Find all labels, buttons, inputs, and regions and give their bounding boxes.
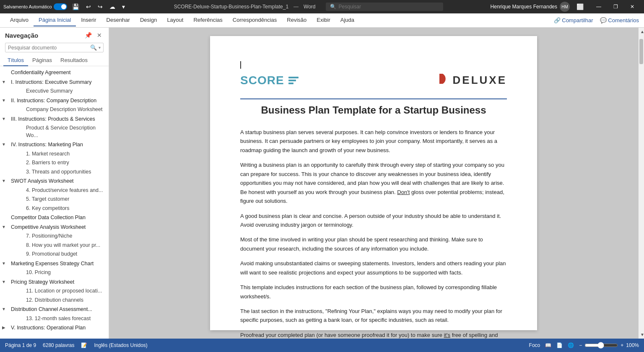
tree-item[interactable]: 2. Barriers to entry [0, 158, 109, 168]
tree-item[interactable]: ▼II. Instructions: Company Description [0, 96, 109, 106]
nav-search-dropdown-icon[interactable]: ▾ [99, 45, 101, 50]
tree-toggle-icon [8, 242, 15, 243]
tree-item[interactable]: 9. Promotional budget [0, 250, 109, 259]
nav-search-icon[interactable]: 🔍 [90, 44, 97, 51]
tree-item-label: 5. Target customer [15, 196, 105, 203]
title-search-input[interactable] [339, 4, 439, 10]
document-area[interactable]: SCORE DELUXE Business Plan Template for … [109, 28, 638, 339]
tab-ajuda[interactable]: Ajuda [335, 14, 359, 26]
text-cursor [240, 61, 241, 69]
more-tools-icon[interactable]: ▾ [120, 3, 127, 10]
comments-button[interactable]: 💬 Comentários [600, 17, 639, 23]
tree-item[interactable]: ▼IV. Instructions: Marketing Plan [0, 140, 109, 150]
tree-item[interactable]: Confidentiality Agreement [0, 68, 109, 78]
tab-exibir[interactable]: Exibir [312, 14, 335, 26]
nav-tab-titulos[interactable]: Títulos [3, 55, 28, 66]
tree-item[interactable]: ▼Distribution Channel Assessment... [0, 305, 109, 314]
share-button[interactable]: 🔗 Compartilhar [554, 17, 593, 23]
tree-item[interactable]: 6. Key competitors [0, 204, 109, 213]
nav-title: Navegação [5, 32, 38, 39]
spell-check-icon[interactable]: 📝 [81, 342, 87, 348]
tree-item[interactable]: 8. How you will market your pr... [0, 241, 109, 250]
nav-close-button[interactable]: ✕ [95, 31, 104, 39]
undo-icon[interactable]: ↩ [84, 3, 93, 10]
tree-item[interactable]: Competitor Data Collection Plan [0, 213, 109, 223]
title-search-bar[interactable]: 🔍 [326, 3, 443, 11]
tree-item-label: III. Instructions: Products & Services [8, 116, 105, 123]
tree-toggle-icon: ▼ [0, 141, 8, 147]
zoom-in-icon[interactable]: + [621, 342, 623, 348]
nav-header: Navegação 📌 ✕ [0, 28, 109, 41]
nav-search-input[interactable] [8, 45, 88, 51]
tab-design[interactable]: Design [135, 14, 162, 26]
tab-referencias[interactable]: Referências [188, 14, 227, 26]
tree-item[interactable]: Company Description Worksheet [0, 105, 109, 114]
scroll-thumb[interactable] [639, 39, 643, 64]
tab-inserir[interactable]: Inserir [76, 14, 101, 26]
tree-item[interactable]: 12. Distribution channels [0, 296, 109, 305]
scroll-down-arrow[interactable]: ▼ [639, 331, 644, 339]
redo-icon[interactable]: ↪ [96, 3, 104, 10]
tree-item[interactable]: 7. Positioning/Niche [0, 232, 109, 241]
autosave-toggle[interactable]: Salvamento Automático [3, 3, 67, 10]
tree-item[interactable]: 11. Location or proposed locati... [0, 287, 109, 296]
navigation-pane: Navegação 📌 ✕ 🔍 ▾ Títulos Páginas Result… [0, 28, 109, 339]
tree-item-label: Competitor Data Collection Plan [8, 214, 105, 222]
tab-desenhar[interactable]: Desenhar [101, 14, 135, 26]
right-scrollbar[interactable]: ▲ ▼ [638, 28, 644, 339]
tree-item[interactable]: ▶V. Instructions: Operational Plan [0, 323, 109, 333]
tab-layout[interactable]: Layout [162, 14, 188, 26]
scroll-up-arrow[interactable]: ▲ [639, 28, 644, 36]
tab-revisao[interactable]: Revisão [282, 14, 312, 26]
tree-item[interactable]: 13. 12-month sales forecast [0, 314, 109, 324]
tree-toggle-icon: ▼ [0, 116, 8, 121]
score-text: SCORE [240, 74, 284, 87]
tree-item[interactable]: ▼SWOT Analysis Worksheet [0, 176, 109, 186]
tree-item[interactable]: ▼Pricing Strategy Worksheet [0, 277, 109, 287]
zoom-slider[interactable] [584, 342, 618, 349]
cloud-icon[interactable]: ☁ [108, 3, 117, 10]
nav-tab-resultados[interactable]: Resultados [56, 55, 92, 66]
focus-mode-button[interactable]: Foco [529, 342, 540, 348]
title-bar-left: Salvamento Automático 💾 ↩ ↪ ☁ ▾ [3, 3, 127, 10]
print-layout-icon[interactable]: 📄 [556, 342, 563, 348]
maximize-button[interactable]: ❐ [607, 0, 624, 13]
tree-item[interactable]: ▼I. Instructions: Executive Summary [0, 78, 109, 87]
close-button[interactable]: ✕ [624, 0, 641, 13]
tree-item[interactable]: Executive Summary [0, 87, 109, 96]
autosave-track[interactable] [54, 3, 67, 10]
tree-toggle-icon: ▼ [0, 178, 8, 183]
tree-item[interactable]: ▼Marketing Expenses Strategy Chart [0, 259, 109, 269]
tree-toggle-icon [8, 297, 15, 298]
tree-toggle-icon [8, 150, 15, 151]
zoom-out-icon[interactable]: − [579, 342, 582, 348]
document-filename: SCORE-Deluxe-Startup-Business-Plan-Templ… [174, 4, 288, 10]
scroll-track[interactable] [639, 36, 644, 331]
zoom-level[interactable]: 100% [626, 342, 639, 348]
minimize-button[interactable]: — [590, 0, 607, 13]
nav-pin-button[interactable]: 📌 [83, 31, 93, 39]
tree-item[interactable]: Product & Service Description Wo... [0, 124, 109, 140]
tree-item-label: Executive Summary [15, 88, 105, 95]
user-info: Henrique Marques Fernandes HM [491, 2, 570, 12]
stripe-1 [288, 77, 299, 78]
language-label[interactable]: Inglês (Estados Unidos) [94, 342, 147, 348]
tab-arquivo[interactable]: Arquivo [5, 14, 34, 26]
nav-tab-paginas[interactable]: Páginas [28, 55, 56, 66]
layout-icon[interactable]: ⬜ [575, 3, 585, 10]
save-icon[interactable]: 💾 [70, 3, 81, 10]
tree-item[interactable]: ▼Competitive Analysis Worksheet [0, 223, 109, 232]
tree-item[interactable]: ▼III. Instructions: Products & Services [0, 114, 109, 124]
tree-item[interactable]: 3. Threats and opportunities [0, 168, 109, 177]
tab-correspondencias[interactable]: Correspondências [228, 14, 282, 26]
read-mode-icon[interactable]: 📖 [545, 342, 551, 348]
tree-item[interactable]: 1. Market research [0, 150, 109, 159]
tree-toggle-icon [8, 106, 15, 107]
web-layout-icon[interactable]: 🌐 [568, 342, 574, 348]
tree-item[interactable]: 4. Product/service features and... [0, 186, 109, 195]
tree-item[interactable]: 5. Target customer [0, 195, 109, 204]
tab-pagina-inicial[interactable]: Página Inicial [34, 14, 76, 26]
tree-item-label: IV. Instructions: Marketing Plan [8, 141, 105, 149]
tree-item[interactable]: 10. Pricing [0, 268, 109, 277]
nav-search-bar[interactable]: 🔍 ▾ [5, 43, 104, 52]
